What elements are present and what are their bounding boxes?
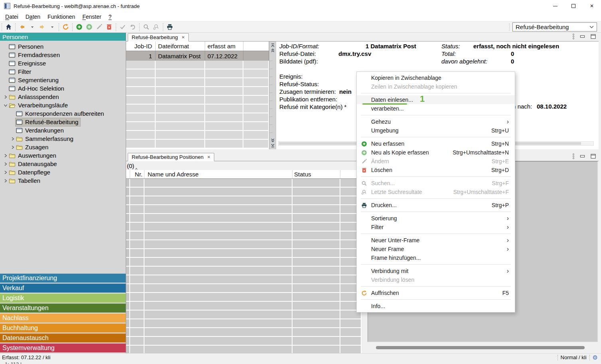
print-button[interactable] — [165, 22, 175, 32]
menu-item-filter[interactable]: Filter› — [357, 223, 515, 231]
chevron-right-icon[interactable] — [2, 179, 8, 183]
search-button[interactable] — [141, 22, 151, 32]
close-icon[interactable]: ✕ — [207, 155, 210, 159]
menu-item-drucken[interactable]: Drucken...Strg+P — [357, 201, 515, 210]
maximize-button[interactable] — [564, 0, 583, 12]
back-dropdown-button[interactable] — [27, 22, 37, 32]
tree-item-ad-hoc-selektion[interactable]: Ad-Hoc Selektion — [0, 84, 126, 93]
section-systemverwaltung[interactable]: Systemverwaltung — [0, 343, 126, 352]
menu-fenster[interactable]: Fenster — [79, 13, 105, 21]
tree-item-ereignisse[interactable]: Ereignisse — [0, 59, 126, 67]
gear-icon[interactable]: ⚙ — [593, 354, 598, 360]
menu-item-l-schen[interactable]: LöschenStrg+D — [357, 166, 515, 174]
table-row-selected[interactable]: 1Datamatrix Post07.12.2022 — [126, 51, 269, 61]
panel-minimize-icon[interactable] — [579, 154, 585, 159]
edit-button[interactable] — [94, 22, 104, 32]
back-button[interactable] — [17, 22, 27, 32]
chevron-right-icon[interactable] — [2, 162, 8, 166]
tree-item-datenausgabe[interactable]: Datenausgabe — [0, 160, 126, 168]
menu-funktionen[interactable]: Funktionen — [44, 13, 79, 21]
menu-item[interactable]: ? — [105, 13, 115, 21]
close-button[interactable]: ✕ — [583, 0, 601, 12]
section-buchhaltung[interactable]: Buchhaltung — [0, 323, 126, 332]
column-header-status[interactable]: Status — [293, 170, 340, 178]
panel-minimize-icon[interactable] — [579, 34, 585, 39]
section-veranstaltungen[interactable]: Veranstaltungen — [0, 303, 126, 313]
tree-item-fremdadressen[interactable]: Fremdadressen — [0, 51, 126, 59]
panel-maximize-icon[interactable] — [590, 154, 596, 159]
tree-item-verarbeitungsl-ufe[interactable]: Verarbeitungsläufe — [0, 101, 126, 109]
delete-button[interactable] — [104, 22, 114, 32]
scrollbar-thumb[interactable] — [376, 346, 585, 349]
section-verkauf[interactable]: Verkauf — [0, 283, 126, 293]
close-icon[interactable]: ✕ — [182, 35, 185, 40]
forward-dropdown-button[interactable] — [47, 22, 57, 32]
tree-item-auswertungen[interactable]: Auswertungen — [0, 151, 126, 160]
jobs-scrollbar[interactable] — [269, 42, 276, 149]
panel-maximize-icon[interactable] — [590, 34, 596, 39]
chevron-right-icon[interactable] — [2, 95, 8, 99]
tree-item-sammelerfassung[interactable]: Sammelerfassung — [0, 135, 126, 143]
sidebar-section-personen[interactable]: Personen — [0, 33, 126, 41]
tree-item-filter[interactable]: Filter — [0, 67, 126, 76]
menu-item-auffrischen[interactable]: AuffrischenF5 — [357, 289, 515, 297]
chevron-down-icon[interactable] — [2, 104, 8, 107]
menu-item-neu-als-kopie-erfassen[interactable]: Neu als Kopie erfassenStrg+Umschalttaste… — [357, 148, 515, 157]
tree-item-segmentierung[interactable]: Segmentierung — [0, 76, 126, 84]
column-header-name-und-adresse[interactable]: Name und Adresse — [144, 170, 293, 178]
menu-item-neuer-frame[interactable]: Neuer Frame› — [357, 245, 515, 253]
tab-refuse-bearbeitung-positionen[interactable]: Refusé-Bearbeitung Positionen ✕ — [128, 153, 214, 161]
panel-menu-icon[interactable] — [572, 153, 575, 159]
tree-item-zusagen[interactable]: Zusagen — [0, 143, 126, 151]
minimize-button[interactable] — [546, 0, 564, 12]
tree-item-tabellen[interactable]: Tabellen — [0, 176, 126, 185]
last-search-button[interactable] — [151, 22, 161, 32]
menu-item-neu-erfassen[interactable]: Neu erfassenStrg+N — [357, 139, 515, 148]
new-copy-button[interactable] — [84, 22, 94, 32]
menu-daten[interactable]: Daten — [22, 13, 44, 21]
tree-item-anlassspenden[interactable]: Anlassspenden — [0, 93, 126, 101]
page-down-icon[interactable] — [271, 138, 275, 143]
menu-item-verbindung-mit[interactable]: Verbindung mit› — [357, 267, 515, 275]
menu-item-gehezu[interactable]: Gehezu› — [357, 117, 515, 126]
menu-item-daten-einlesen[interactable]: Daten einlesen...1 — [357, 95, 515, 104]
menu-item-sortierung[interactable]: Sortierung› — [357, 214, 515, 223]
tree-item-refus-bearbeitung[interactable]: Refusé-Bearbeitung — [0, 118, 126, 126]
menu-datei[interactable]: Datei — [2, 13, 22, 21]
panel-menu-icon[interactable] — [572, 34, 575, 40]
home-button[interactable] — [4, 22, 14, 32]
menu-item-info[interactable]: Info... — [357, 302, 515, 311]
undo-button[interactable] — [128, 22, 138, 32]
refresh-button[interactable] — [61, 22, 71, 32]
column-header-job-id[interactable]: Job-ID — [126, 42, 156, 51]
menu-item-verarbeiten[interactable]: verarbeiten... — [357, 104, 515, 113]
scroll-bottom-icon[interactable] — [271, 143, 275, 148]
menu-item-frame-hinzuf-gen[interactable]: Frame hinzufügen... — [357, 253, 515, 262]
chevron-right-icon[interactable] — [10, 137, 16, 141]
new-button[interactable] — [74, 22, 84, 32]
chevron-right-icon[interactable] — [2, 170, 8, 174]
chevron-right-icon[interactable] — [2, 154, 8, 158]
context-selector[interactable]: Refusé-Bearbeitung — [512, 22, 597, 32]
section-logistik[interactable]: Logistik — [0, 293, 126, 303]
scroll-top-icon[interactable] — [271, 43, 275, 48]
tree-item-verdankungen[interactable]: Verdankungen — [0, 126, 126, 135]
tree-item-korrespondenzen-aufbereiten[interactable]: Korrespondenzen aufbereiten — [0, 109, 126, 118]
tree-item-datenpflege[interactable]: Datenpflege — [0, 168, 126, 176]
page-up-icon[interactable] — [271, 48, 275, 53]
menu-item-umgebung[interactable]: UmgebungStrg+U — [357, 126, 515, 135]
confirm-button[interactable] — [118, 22, 128, 32]
tree-item-personen[interactable]: Personen — [0, 42, 126, 51]
tab-refuse-bearbeitung[interactable]: Refusé-Bearbeitung ✕ — [128, 33, 189, 42]
section-projektfinanzierung[interactable]: Projektfinanzierung — [0, 273, 126, 283]
forward-button[interactable] — [37, 22, 47, 32]
positions-hscrollbar[interactable] — [372, 346, 591, 350]
menu-item-kopieren-in-zwischenablage[interactable]: Kopieren in Zwischenablage — [357, 73, 515, 82]
column-header-erfasst-am[interactable]: erfasst am — [205, 42, 243, 51]
section-datenaustausch[interactable]: Datenaustausch — [0, 333, 126, 342]
chevron-right-icon[interactable] — [10, 145, 16, 149]
menu-item-neuer-unter-frame[interactable]: Neuer Unter-Frame› — [357, 236, 515, 245]
column-header-dateiformat[interactable]: Dateiformat — [156, 42, 205, 51]
section-nachlass[interactable]: Nachlass — [0, 313, 126, 322]
column-header-nr[interactable]: Nr.^ — [130, 170, 144, 178]
